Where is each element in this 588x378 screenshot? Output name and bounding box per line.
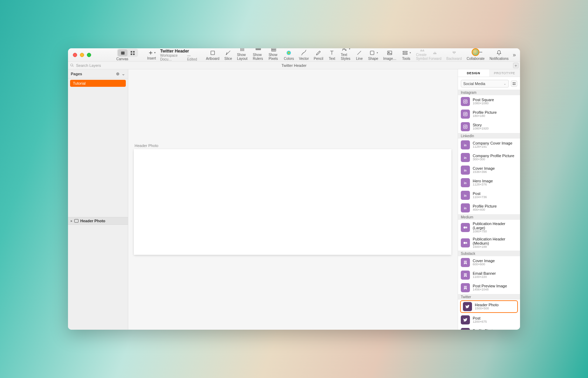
- linkedin-icon: in: [461, 203, 470, 212]
- line-tool[interactable]: Line: [355, 50, 363, 61]
- line-icon: [355, 50, 363, 56]
- template-item[interactable]: inCover Image1536×396: [458, 164, 520, 176]
- template-item[interactable]: Publication Header (Large)1080×750: [458, 220, 520, 235]
- tab-bar: Search Layers Twitter Header +: [68, 62, 520, 69]
- shape-tool[interactable]: ▾Shape: [368, 50, 378, 61]
- pencil-icon: [315, 50, 322, 56]
- template-item[interactable]: Post Preview Image1456×1048: [458, 281, 520, 294]
- tab-design[interactable]: DESIGN: [458, 69, 489, 77]
- forward-tool: Forward: [429, 50, 442, 61]
- minimize-icon[interactable]: [80, 53, 84, 57]
- svg-rect-24: [464, 112, 467, 116]
- linkedin-icon: in: [461, 178, 470, 187]
- svg-rect-27: [464, 125, 467, 129]
- pencil-tool[interactable]: Pencil: [314, 50, 323, 61]
- pixels-tool[interactable]: Show Pixels: [268, 48, 279, 61]
- template-item[interactable]: inCompany Profile Picture300×300: [458, 151, 520, 164]
- collab-tool[interactable]: Collaborate: [467, 48, 485, 61]
- medium-icon: [461, 238, 470, 247]
- toolbar: Canvas ▾ Insert Twitter Header Workspace…: [68, 48, 520, 62]
- template-item[interactable]: inCompany Cover Image1128×191: [458, 139, 520, 151]
- app-window: Canvas ▾ Insert Twitter Header Workspace…: [68, 48, 520, 330]
- view-switcher: Canvas: [107, 49, 138, 61]
- svg-text:in: in: [464, 144, 466, 147]
- svg-rect-1: [130, 51, 132, 52]
- svg-point-8: [287, 51, 291, 55]
- medium-icon: [461, 223, 470, 232]
- template-dims: 1080×1080: [473, 102, 494, 105]
- image-label: Image…: [383, 57, 396, 61]
- template-dims: 1536×396: [473, 170, 495, 174]
- pixels-label: Show Pixels: [268, 53, 279, 61]
- artboard-label[interactable]: Header Photo: [135, 144, 158, 148]
- pages-menu-button[interactable]: ⌄: [122, 71, 125, 76]
- template-dims: 180×180: [473, 114, 497, 118]
- template-dims: 1080×1920: [473, 127, 488, 131]
- canvas-view-button[interactable]: [118, 49, 128, 56]
- insert-label: Insert: [147, 56, 156, 60]
- shape-icon: [368, 50, 376, 56]
- line-label: Line: [356, 57, 363, 61]
- svg-point-47: [467, 242, 467, 244]
- add-page-button[interactable]: ⊕: [116, 71, 119, 76]
- layer-row-header-photo[interactable]: ▸ Header Photo: [68, 217, 128, 225]
- template-item[interactable]: Header Photo1500×500: [460, 300, 518, 313]
- components-view-button[interactable]: [128, 49, 137, 56]
- template-dims: 1080×750: [473, 230, 517, 233]
- layout-tool[interactable]: Show Layout: [237, 48, 248, 61]
- svg-rect-5: [211, 51, 215, 55]
- text-icon: [328, 50, 336, 56]
- slice-tool[interactable]: Slice: [224, 50, 232, 61]
- linkedin-icon: in: [461, 191, 470, 200]
- template-name: Profile Photo: [473, 329, 495, 330]
- desktop-background: Canvas ▾ Insert Twitter Header Workspace…: [0, 0, 588, 378]
- chevron-right-icon[interactable]: ▸: [71, 219, 73, 223]
- twitter-icon: [463, 302, 472, 311]
- template-category-select[interactable]: Social Media ⌄: [461, 80, 509, 88]
- insert-button[interactable]: ▾: [148, 50, 156, 56]
- close-icon[interactable]: [73, 53, 77, 57]
- template-item[interactable]: Cover Image600×600: [458, 256, 520, 269]
- vector-tool[interactable]: Vector: [299, 50, 309, 61]
- layout-icon: [239, 48, 246, 52]
- text-tool[interactable]: Text: [328, 50, 336, 61]
- twitter-icon: [461, 315, 470, 324]
- template-item[interactable]: Email Banner1100×220: [458, 269, 520, 281]
- svg-text:in: in: [464, 194, 466, 197]
- template-group-twitter: Twitter: [458, 294, 520, 300]
- rulers-tool[interactable]: Show Rulers: [253, 48, 264, 61]
- template-item[interactable]: Post Square1080×1080: [458, 95, 520, 108]
- tab-title[interactable]: Twitter Header: [68, 63, 520, 68]
- tools-tool[interactable]: ▾Tools: [401, 50, 411, 61]
- template-item[interactable]: Story1080×1920: [458, 120, 520, 133]
- svg-rect-18: [514, 82, 515, 83]
- template-dims: 1104×736: [473, 196, 487, 199]
- zoom-icon[interactable]: [87, 53, 91, 57]
- toolbar-overflow-button[interactable]: »: [511, 52, 517, 58]
- notif-tool[interactable]: Notifications: [490, 50, 508, 61]
- rulers-label: Show Rulers: [253, 53, 264, 61]
- template-item[interactable]: Post1200×675: [458, 314, 520, 326]
- svg-rect-3: [130, 53, 132, 55]
- artboard-header-photo[interactable]: [134, 149, 451, 255]
- image-tool[interactable]: Image…: [383, 50, 396, 61]
- template-grid-toggle[interactable]: [511, 80, 517, 87]
- artboard-tool[interactable]: Artboard: [206, 50, 219, 61]
- canvas[interactable]: Header Photo: [128, 69, 458, 330]
- textstyles-tool[interactable]: a▾Text Styles: [341, 48, 350, 61]
- template-item[interactable]: inHero Image1128×376: [458, 176, 520, 189]
- template-dims: 1456×1048: [473, 288, 507, 292]
- notif-icon: [495, 50, 503, 56]
- linkedin-icon: in: [461, 153, 470, 162]
- colors-tool[interactable]: Colors: [284, 50, 294, 61]
- pages-header: Pages ⊕ ⌄: [68, 69, 128, 78]
- add-tab-button[interactable]: +: [513, 63, 519, 68]
- template-item[interactable]: Profile Photo400×400: [458, 326, 520, 330]
- template-item[interactable]: inProfile Picture400×400: [458, 202, 520, 214]
- page-item-tutorial[interactable]: Tutorial: [70, 80, 126, 87]
- template-item[interactable]: Publication Header (Medium)1500×188: [458, 235, 520, 251]
- template-item[interactable]: inPost1104×736: [458, 189, 520, 202]
- tab-prototype[interactable]: PROTOTYPE: [489, 69, 520, 77]
- template-item[interactable]: Profile Picture180×180: [458, 108, 520, 120]
- slice-icon: [224, 50, 232, 56]
